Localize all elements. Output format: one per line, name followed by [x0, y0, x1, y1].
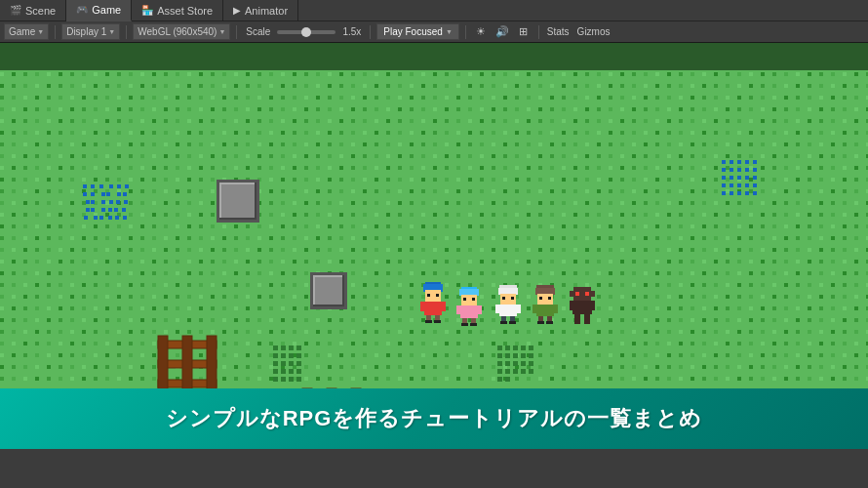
- tab-asset-label: Asset Store: [157, 5, 213, 17]
- svg-rect-15: [427, 294, 430, 297]
- svg-rect-55: [553, 305, 558, 313]
- game-dropdown[interactable]: Game ▼: [4, 23, 49, 40]
- game-label: Game: [9, 26, 35, 37]
- char-blue-svg: [419, 282, 447, 323]
- display-label: Display 1: [66, 26, 106, 37]
- svg-rect-49: [535, 288, 555, 295]
- svg-rect-41: [499, 305, 517, 316]
- display-chevron-icon: ▼: [108, 28, 115, 35]
- portal-box-1: [217, 180, 259, 223]
- display-dropdown[interactable]: Display 1 ▼: [61, 23, 120, 40]
- game-icon: 🎮: [76, 4, 88, 15]
- svg-rect-39: [502, 297, 505, 300]
- divider-1: [55, 25, 56, 39]
- svg-rect-64: [585, 292, 589, 296]
- svg-rect-53: [536, 305, 554, 316]
- char-white-svg: [495, 285, 521, 324]
- play-focused-chevron-icon: ▼: [446, 28, 453, 35]
- svg-rect-54: [533, 305, 537, 313]
- svg-rect-42: [495, 305, 500, 313]
- divider-3: [236, 25, 237, 39]
- svg-rect-31: [477, 305, 482, 314]
- tab-game[interactable]: 🎮 Game: [66, 0, 132, 21]
- svg-rect-69: [584, 314, 590, 324]
- char-lblue-svg: [456, 287, 482, 326]
- character-brown: [533, 285, 558, 324]
- svg-rect-28: [472, 298, 475, 301]
- svg-rect-16: [436, 294, 439, 297]
- svg-rect-51: [539, 297, 542, 300]
- tab-scene[interactable]: 🎬 Scene: [0, 0, 66, 21]
- resolution-chevron-icon: ▼: [218, 28, 225, 35]
- resolution-dropdown[interactable]: WebGL (960x540) ▼: [133, 23, 230, 40]
- play-focused-button[interactable]: Play Focused ▼: [376, 23, 459, 40]
- divider-4: [370, 25, 371, 39]
- svg-rect-37: [498, 288, 518, 295]
- animator-icon: ▶: [233, 5, 241, 16]
- game-chevron-icon: ▼: [37, 28, 44, 35]
- tab-asset-store[interactable]: 🏪 Asset Store: [132, 0, 223, 21]
- svg-rect-46: [500, 321, 507, 324]
- sun-icon-button[interactable]: ☀: [472, 23, 490, 41]
- svg-rect-68: [574, 314, 580, 324]
- toolbar: Game ▼ Display 1 ▼ WebGL (960x540) ▼ Sca…: [0, 21, 868, 43]
- grid-icon-button[interactable]: ⊞: [515, 23, 533, 41]
- svg-rect-47: [509, 321, 516, 324]
- svg-rect-63: [575, 292, 579, 296]
- svg-rect-59: [546, 321, 553, 324]
- character-dark: [570, 287, 595, 324]
- svg-rect-27: [463, 298, 466, 301]
- scale-track[interactable]: [277, 30, 335, 34]
- svg-rect-3: [158, 336, 168, 396]
- tab-animator[interactable]: ▶ Animator: [223, 0, 298, 21]
- scale-label: Scale: [243, 23, 273, 41]
- svg-rect-18: [420, 302, 425, 311]
- svg-rect-62: [590, 291, 595, 297]
- char-dark-svg: [570, 287, 595, 324]
- scale-value: 1.5x: [339, 23, 364, 41]
- audio-icon-button[interactable]: 🔊: [493, 23, 511, 41]
- svg-rect-4: [182, 336, 192, 396]
- char-brown-svg: [533, 285, 558, 324]
- bottom-banner: シンプルなRPGを作るチュートリアルの一覧まとめ: [0, 388, 868, 449]
- svg-rect-35: [470, 323, 477, 326]
- svg-rect-58: [537, 321, 544, 324]
- character-lblue: [456, 287, 482, 326]
- svg-rect-52: [548, 297, 551, 300]
- banner-text: シンプルなRPGを作るチュートリアルの一覧まとめ: [166, 404, 703, 433]
- tab-bar: 🎬 Scene 🎮 Game 🏪 Asset Store ▶ Animator: [0, 0, 868, 21]
- stats-button[interactable]: Stats: [545, 26, 572, 37]
- tab-scene-label: Scene: [25, 5, 56, 17]
- tab-animator-label: Animator: [245, 5, 288, 17]
- svg-rect-34: [461, 323, 468, 326]
- divider-5: [465, 25, 466, 39]
- svg-rect-29: [460, 305, 478, 318]
- svg-rect-25: [459, 289, 479, 296]
- divider-2: [126, 25, 127, 39]
- character-white: [495, 285, 521, 324]
- play-focused-label: Play Focused: [383, 26, 443, 37]
- resolution-label: WebGL (960x540): [138, 26, 217, 37]
- character-blue: [419, 282, 447, 323]
- svg-rect-61: [570, 291, 574, 297]
- svg-rect-17: [424, 302, 442, 315]
- scale-thumb[interactable]: [301, 27, 311, 37]
- game-viewport: シンプルなRPGを作るチュートリアルの一覧まとめ: [0, 43, 868, 449]
- asset-store-icon: 🏪: [141, 5, 153, 16]
- portal-box-2: [310, 272, 347, 309]
- svg-rect-5: [207, 336, 217, 396]
- svg-rect-65: [572, 301, 592, 314]
- svg-rect-19: [441, 302, 446, 311]
- scale-control[interactable]: Scale 1.5x: [243, 23, 364, 41]
- svg-rect-67: [591, 301, 595, 310]
- gizmos-button[interactable]: Gizmos: [575, 26, 612, 37]
- svg-rect-43: [516, 305, 521, 313]
- svg-rect-22: [425, 320, 432, 323]
- divider-6: [538, 25, 539, 39]
- svg-rect-66: [570, 301, 573, 310]
- svg-rect-23: [434, 320, 441, 323]
- svg-rect-40: [511, 297, 514, 300]
- scene-icon: 🎬: [10, 5, 21, 16]
- svg-rect-30: [456, 305, 461, 314]
- tab-game-label: Game: [92, 4, 121, 16]
